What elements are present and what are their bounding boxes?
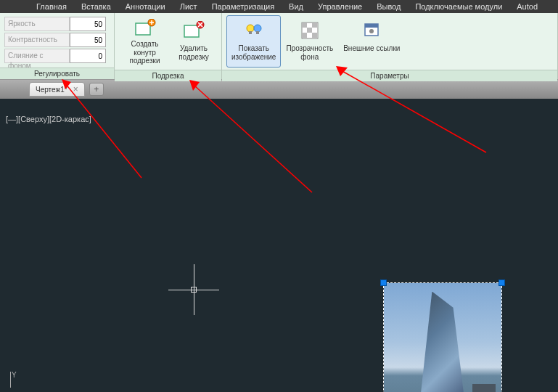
svg-rect-5 (249, 31, 252, 34)
menu-autod[interactable]: Autod (509, 1, 545, 12)
grip-top-right[interactable] (498, 279, 505, 286)
fade-label: Слияние с фоном (4, 49, 70, 63)
show-image-button[interactable]: Показатьизображение (226, 15, 281, 68)
document-tab-label: Чертеж1* (36, 86, 67, 94)
ribbon-group-clip-label: Подрезка (115, 70, 221, 81)
menu-insert[interactable]: Вставка (74, 1, 118, 12)
ribbon-group-clip: Создать конутрподрезки Удалитьподрезку П… (115, 13, 222, 79)
svg-rect-13 (312, 33, 317, 38)
create-clip-icon (134, 19, 157, 38)
menu-sheet[interactable]: Лист (173, 1, 205, 12)
menu-home[interactable]: Главная (29, 1, 74, 12)
contrast-label: Контрастность (4, 33, 70, 47)
svg-rect-2 (184, 25, 199, 37)
remove-clip-label: Удалитьподрезку (179, 44, 209, 61)
document-tab-bar: Чертеж1* × + (0, 80, 558, 99)
ribbon-group-adjust: Яркость Контрастность Слияние с фоном Ре… (0, 13, 115, 79)
contrast-input[interactable] (70, 33, 106, 47)
document-tab[interactable]: Чертеж1* × (29, 82, 85, 97)
svg-point-4 (247, 25, 254, 32)
svg-rect-7 (256, 31, 259, 34)
grip-top-left[interactable] (380, 279, 387, 286)
brightness-input[interactable] (70, 17, 106, 31)
view-mode-label[interactable]: [—][Сверху][2D-каркас] (6, 115, 91, 123)
show-image-label: Показатьизображение (231, 44, 276, 61)
external-refs-button[interactable]: Внешние ссылки (338, 15, 405, 68)
fade-input[interactable] (70, 49, 106, 63)
menu-parametrize[interactable]: Параметризация (205, 1, 282, 12)
menu-plugins[interactable]: Подключаемые модули (408, 1, 509, 12)
menu-view[interactable]: Вид (282, 1, 311, 12)
close-icon[interactable]: × (73, 84, 78, 94)
svg-rect-0 (136, 23, 150, 35)
svg-point-6 (254, 25, 261, 32)
remove-clip-button[interactable]: Удалитьподрезку (171, 15, 217, 68)
drawing-canvas[interactable]: [—][Сверху][2D-каркас] Y (0, 99, 558, 392)
bg-transparency-label: Прозрачностьфона (286, 44, 333, 61)
menu-bar: Главная Вставка Аннотации Лист Параметри… (0, 0, 558, 13)
create-clip-button[interactable]: Создать конутрподрезки (119, 15, 171, 68)
ribbon-group-adjust-label: Регулировать (0, 68, 114, 79)
ucs-y-label: Y (12, 371, 17, 379)
svg-rect-15 (365, 24, 378, 28)
menu-manage[interactable]: Управление (311, 1, 369, 12)
svg-rect-12 (302, 33, 307, 38)
remove-clip-icon (182, 19, 205, 42)
menu-output[interactable]: Вывод (369, 1, 408, 12)
ribbon-group-params: Показатьизображение Прозрачностьфона Вне… (222, 13, 558, 79)
bulb-icon (242, 19, 266, 42)
new-tab-button[interactable]: + (89, 83, 104, 96)
inserted-image[interactable] (383, 282, 502, 392)
svg-rect-11 (307, 28, 312, 33)
brightness-label: Яркость (4, 17, 70, 31)
svg-rect-10 (312, 23, 317, 28)
svg-point-16 (369, 29, 374, 33)
external-refs-icon (360, 19, 383, 42)
ribbon: Яркость Контрастность Слияние с фоном Ре… (0, 13, 558, 80)
ribbon-group-params-label: Параметры (222, 70, 557, 81)
external-refs-label: Внешние ссылки (343, 44, 400, 53)
checker-icon (298, 19, 321, 42)
svg-rect-9 (302, 23, 307, 28)
image-content (384, 283, 501, 392)
menu-annotations[interactable]: Аннотации (118, 1, 173, 12)
create-clip-label: Создать конутрподрезки (124, 40, 165, 65)
bg-transparency-button[interactable]: Прозрачностьфона (281, 15, 338, 68)
